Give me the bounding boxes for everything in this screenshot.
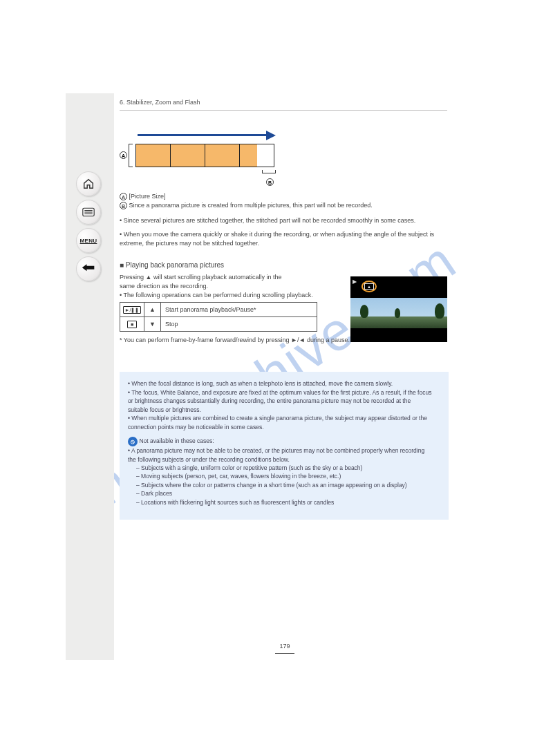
play-icon: ▶ [353, 278, 357, 285]
arrow-head-icon [266, 131, 276, 140]
note-line: suitable focus or brightness. [128, 406, 440, 414]
back-icon [82, 264, 95, 274]
home-button[interactable] [76, 171, 101, 196]
note-dots-1: Since several pictures are stitched toge… [120, 216, 450, 247]
text-line: Pressing ▲ will start scrolling playback… [120, 273, 327, 281]
legend-key-b: B [120, 202, 127, 209]
note-line: the following subjects or under the reco… [128, 456, 440, 464]
arrow-shaft [138, 134, 268, 136]
note-subline: Locations with flickering light sources … [128, 499, 440, 507]
home-icon [82, 178, 95, 190]
direction-up: ▲ [144, 303, 161, 317]
frame-strip [135, 144, 274, 167]
nav-buttons: MENU [75, 171, 102, 281]
table-row: ►/❚❚ ▲ Start panorama playback/Pause* [120, 303, 317, 317]
list-icon [82, 207, 95, 217]
divider [120, 110, 447, 111]
note-line: A panorama picture may not be able to be… [128, 447, 440, 455]
frame [205, 144, 240, 167]
preview-tree [395, 308, 400, 318]
table-row: ■ ▼ Stop [120, 317, 317, 332]
bracket-a [129, 144, 133, 167]
not-available-icon: ⦸ [128, 437, 138, 446]
control-desc: Stop [161, 317, 317, 332]
frame [170, 144, 205, 167]
note-subline: Subjects with a single, uniform color or… [128, 464, 440, 472]
preview-tree [360, 305, 368, 318]
frame [135, 144, 171, 167]
back-button[interactable] [76, 256, 101, 281]
menu-button[interactable]: MENU [76, 228, 101, 253]
section-heading: ■ Playing back panorama pictures [120, 261, 450, 269]
page-underline [275, 653, 294, 654]
direction-down: ▼ [144, 317, 161, 332]
note-line: The focus, White Balance, and exposure a… [128, 389, 440, 397]
chapter-number: 6. [120, 99, 125, 106]
playback-intro: Pressing ▲ will start scrolling playback… [120, 273, 327, 299]
legend-key-a: A [120, 193, 127, 200]
notes-box: When the focal distance is long, such as… [120, 372, 449, 520]
label-b: B [266, 178, 274, 186]
play-pause-icon-cell: ►/❚❚ [120, 303, 144, 317]
bracket-b [262, 170, 276, 173]
control-desc: Start panorama playback/Pause* [161, 303, 317, 317]
note-line: When multiple pictures are combined to c… [128, 415, 440, 422]
page-number: 179 [120, 643, 450, 656]
preview-land [350, 316, 447, 328]
play-pause-icon: ►/❚❚ [123, 306, 142, 314]
diagram-legend: A [Picture Size] B Since a panorama pict… [120, 192, 450, 209]
panorama-diagram: A B [120, 126, 285, 188]
text-line: same direction as the recording. [120, 282, 327, 290]
not-available-heading: ⦸ Not available in these cases: [128, 437, 440, 446]
note-subline: Dark places [128, 490, 440, 498]
note-subline: Subjects where the color or patterns cha… [128, 482, 440, 489]
preview-tree [435, 303, 444, 319]
panorama-indicator-icon: ▲ [362, 281, 377, 292]
controls-table: ►/❚❚ ▲ Start panorama playback/Pause* ■ … [120, 302, 317, 332]
stop-icon: ■ [127, 321, 137, 328]
note-line: Since several pictures are stitched toge… [120, 216, 450, 225]
stop-icon-cell: ■ [120, 317, 144, 332]
breadcrumb: 6. Stabilizer, Zoom and Flash [120, 93, 450, 108]
legend-text-b: Since a panorama picture is created from… [129, 202, 373, 209]
frame-last [239, 144, 274, 167]
text-line: • The following operations can be perfor… [120, 291, 327, 299]
note-line: connection points may be noticeable in s… [128, 424, 440, 431]
note-line: or brightness changes substantially duri… [128, 397, 440, 405]
note-line: When the focal distance is long, such as… [128, 380, 440, 388]
chapter-title: Stabilizer, Zoom and Flash [126, 99, 200, 106]
toc-button[interactable] [76, 200, 101, 225]
not-available-text: Not available in these cases: [139, 437, 214, 444]
label-a: A [120, 151, 127, 159]
note-line: When you move the camera quickly or shak… [120, 230, 450, 247]
panorama-preview: ▶ ▲ [350, 276, 447, 342]
main-content: 6. Stabilizer, Zoom and Flash A B A [Pic… [120, 93, 450, 660]
legend-text-a: [Picture Size] [129, 193, 166, 200]
note-subline: Moving subjects (person, pet, car, waves… [128, 473, 440, 480]
menu-icon: MENU [80, 238, 97, 244]
